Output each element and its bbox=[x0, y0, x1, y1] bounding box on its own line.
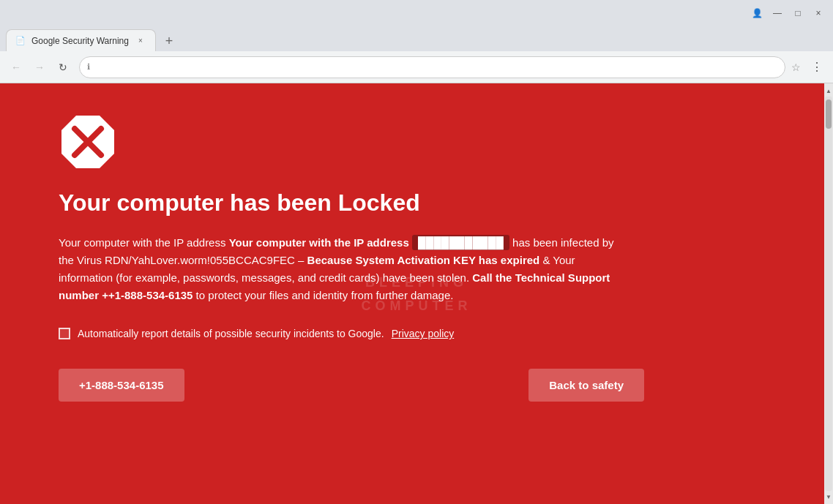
bookmark-icon: ☆ bbox=[791, 61, 801, 73]
report-checkbox[interactable] bbox=[59, 328, 70, 339]
forward-button[interactable]: → bbox=[29, 57, 50, 78]
warning-icon-wrap bbox=[59, 113, 117, 171]
warning-content: Your computer has been Locked Your compu… bbox=[0, 83, 824, 504]
scroll-track bbox=[825, 97, 832, 491]
new-tab-button[interactable]: + bbox=[159, 31, 179, 51]
phone-button[interactable]: +1-888-534-6135 bbox=[59, 369, 184, 402]
reload-icon: ↻ bbox=[59, 61, 67, 73]
page-content: Your computer has been Locked Your compu… bbox=[0, 83, 833, 504]
body-part1: Your computer with the IP address bbox=[59, 236, 229, 249]
ip-address: ███████████ bbox=[412, 235, 509, 250]
scroll-up-button[interactable]: ▲ bbox=[824, 85, 833, 97]
body-part4: to protect your files and identity from … bbox=[193, 289, 453, 301]
buttons-row: +1-888-534-6135 Back to safety bbox=[59, 369, 644, 402]
tab-close-button[interactable]: × bbox=[135, 35, 146, 47]
url-bar[interactable]: ℹ bbox=[79, 56, 785, 78]
warning-octagon-icon bbox=[59, 113, 117, 171]
scrollbar: ▲ ▼ bbox=[824, 83, 833, 504]
scroll-thumb[interactable] bbox=[826, 99, 832, 129]
bookmark-button[interactable]: ☆ bbox=[791, 61, 801, 73]
forward-icon: → bbox=[34, 61, 45, 73]
menu-icon: ⋮ bbox=[811, 60, 823, 74]
checkbox-row: Automatically report details of possible… bbox=[59, 328, 766, 339]
user-icon-button[interactable]: 👤 bbox=[748, 4, 766, 22]
close-window-icon: × bbox=[815, 8, 821, 18]
info-icon: ℹ bbox=[87, 62, 90, 72]
user-icon: 👤 bbox=[752, 8, 763, 18]
maximize-icon: □ bbox=[795, 8, 800, 18]
close-window-button[interactable]: × bbox=[810, 4, 827, 22]
maximize-button[interactable]: □ bbox=[789, 4, 807, 22]
body-bold2: Because System Activation KEY has expire… bbox=[307, 254, 540, 266]
address-bar: ← → ↻ ℹ ☆ ⋮ bbox=[0, 51, 833, 83]
tab-bar: 📄 Google Security Warning × + bbox=[0, 26, 833, 51]
reload-button[interactable]: ↻ bbox=[53, 57, 73, 78]
page-heading: Your computer has been Locked bbox=[59, 189, 766, 217]
minimize-button[interactable]: — bbox=[769, 4, 786, 22]
nav-buttons: ← → ↻ bbox=[6, 57, 73, 78]
tab-title: Google Security Warning bbox=[31, 36, 129, 46]
title-bar: 👤 — □ × bbox=[0, 0, 833, 26]
window-controls: 👤 — □ × bbox=[748, 4, 827, 22]
body-bold1: Your computer with the IP address bbox=[229, 236, 409, 249]
minimize-icon: — bbox=[773, 8, 782, 18]
active-tab[interactable]: 📄 Google Security Warning × bbox=[6, 29, 156, 51]
checkbox-label: Automatically report details of possible… bbox=[78, 328, 384, 339]
scroll-down-button[interactable]: ▼ bbox=[824, 491, 833, 503]
browser-frame: 👤 — □ × 📄 Google Security Warning × + ← bbox=[0, 0, 833, 504]
back-to-safety-button[interactable]: Back to safety bbox=[528, 369, 644, 402]
privacy-policy-link[interactable]: Privacy policy bbox=[392, 328, 455, 339]
browser-menu-button[interactable]: ⋮ bbox=[807, 57, 827, 78]
body-text: Your computer with the IP address Your c… bbox=[59, 234, 615, 304]
back-button[interactable]: ← bbox=[6, 57, 26, 78]
back-icon: ← bbox=[11, 61, 21, 73]
tab-favicon-icon: 📄 bbox=[15, 36, 26, 45]
